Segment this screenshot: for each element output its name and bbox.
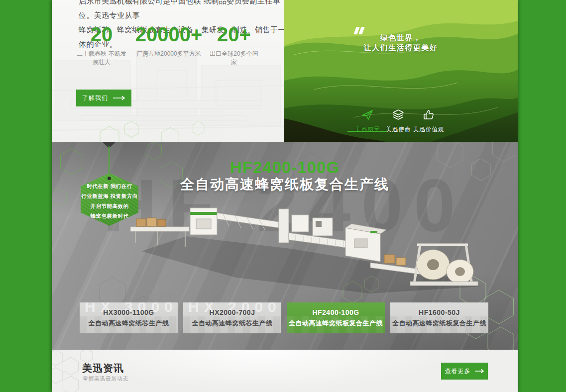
learn-more-button[interactable]: 了解我们 [76,90,131,106]
product-card-hf2400-active[interactable]: HF2400-100G 全自动高速蜂窝纸板复合生产线 [287,302,385,333]
stat-years-value: 20 [72,23,131,46]
tab-values[interactable]: 美迅价值观 [410,109,447,134]
thumbs-up-icon [423,109,435,121]
slogan-line-2: 让人们生活得更美好 [342,43,459,53]
badge-dot [108,177,111,180]
active-tab-underline [347,131,387,132]
badge-line-1: 时代在新 我们在行 [87,183,132,190]
stat-years-label: 二十载春秋 不断发展壮大 [76,50,127,67]
card-model: HF1600-50J [419,308,460,316]
products-section: HF 2400 时代在新 我们在行 行业新蓝海 投资新方向 开启节能高效的 蜂窝… [52,142,518,350]
card-name: 全自动高速蜂窝纸芯生产线 [89,319,169,328]
product-card-hx3000[interactable]: HX 3000 HX3000-1100G 全自动高速蜂窝纸芯生产线 [80,302,178,333]
production-line-illustration [112,189,490,298]
view-more-button[interactable]: 查看更多 [441,363,488,380]
stat-countries-label: 出口全球20多个国家 [208,50,260,67]
product-card-hx2000[interactable]: HX 2000 HX2000-700J 全自动高速蜂窝纸芯生产线 [183,302,281,333]
badge-line-2: 行业新蓝海 投资新方向 [81,193,137,200]
slogan: 绿色世界， 让人们生活得更美好 [342,33,459,53]
product-model-heading: HF2400-100G [52,158,518,177]
intro-line-1: 启东市美迅机械有限公司是中国包联 纸制品委员会副主任单位。美迅专业从事 [79,0,284,22]
badge-line-3: 开启节能高效的 [91,203,129,210]
stat-countries: 20+ 出口全球20多个国家 [206,23,262,67]
hexagon-pattern-decoration [95,121,219,142]
news-subtitle: 掌握美迅最新动态 [83,375,128,383]
arrow-right-icon [113,96,125,100]
stat-area-value: 20000+ [131,23,206,46]
layers-icon [392,109,404,121]
arrow-right-icon [474,369,484,374]
stat-area: 20000+ 厂房占地20000多平方米 [131,23,206,58]
view-more-label: 查看更多 [445,367,471,376]
card-model: HF2400-100G [312,308,359,316]
page-content: 启东市美迅机械有限公司是中国包联 纸制品委员会副主任单位。美迅专业从事 蜂窝纸芯… [52,0,518,392]
tab-values-label: 美迅价值观 [410,125,447,134]
badge-line-4: 蜂窝包装新时代 [91,213,129,220]
slogan-line-1: 绿色世界， [342,33,459,43]
news-title: 美迅资讯 [82,362,124,375]
card-model: HX3000-1100G [103,308,154,316]
paper-plane-icon [361,109,373,121]
product-card-hf1600[interactable]: HF1600-50J 全自动高速蜂窝纸板复合生产线 [390,302,488,333]
card-name: 全自动高速蜂窝纸芯生产线 [192,319,273,328]
stat-countries-value: 20+ [206,23,262,46]
company-intro-panel: 启东市美迅机械有限公司是中国包联 纸制品委员会副主任单位。美迅专业从事 蜂窝纸芯… [52,0,284,142]
stat-area-label: 厂房占地20000多平方米 [131,50,206,58]
news-section: 美迅资讯 掌握美迅最新动态 查看更多 [52,350,518,392]
hero-section: 启东市美迅机械有限公司是中国包联 纸制品委员会副主任单位。美迅专业从事 蜂窝纸芯… [52,0,518,142]
green-hills-banner: 绿色世界， 让人们生活得更美好 美迅愿景 [284,0,518,142]
card-name: 全自动高速蜂窝纸板复合生产线 [392,319,486,328]
card-name: 全自动高速蜂窝纸板复合生产线 [289,319,383,328]
card-model: HX2000-700J [210,308,255,316]
stat-years: 20 二十载春秋 不断发展壮大 [72,23,131,67]
learn-more-label: 了解我们 [82,94,108,102]
